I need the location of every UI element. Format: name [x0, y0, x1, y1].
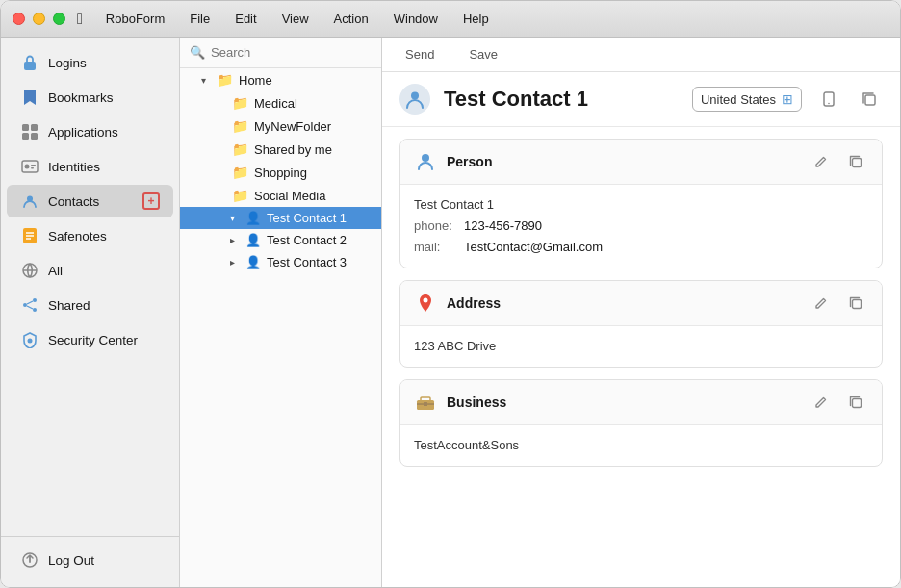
menu-view[interactable]: View — [278, 10, 313, 28]
person-phone-row: phone: 123-456-7890 — [414, 216, 868, 237]
country-value: United States — [701, 92, 776, 107]
country-selector[interactable]: United States ⊞ — [692, 87, 802, 112]
menu-file[interactable]: File — [186, 10, 214, 28]
tree-item-home[interactable]: ▾ 📁 Home — [180, 68, 381, 91]
tree-item-shopping[interactable]: ▸ 📁 Shopping — [180, 161, 381, 184]
svg-rect-8 — [31, 167, 34, 169]
app-window:  RoboForm File Edit View Action Window … — [0, 0, 901, 588]
address-section-icon — [414, 292, 437, 315]
close-button[interactable] — [13, 13, 25, 25]
save-button[interactable]: Save — [461, 45, 505, 64]
file-tree: 🔍 ▾ 📁 Home ▸ 📁 Medical ▸ 📁 MyNewFolder — [180, 38, 382, 587]
menu-edit[interactable]: Edit — [231, 10, 260, 28]
contact-icon — [20, 192, 39, 211]
logout-icon — [20, 550, 39, 570]
address-section-header: Address — [400, 281, 882, 326]
person-copy-button[interactable] — [843, 149, 868, 174]
folder-icon: 📁 — [217, 72, 233, 88]
address-section-title: Address — [447, 295, 799, 311]
sidebar-item-all[interactable]: All — [7, 254, 173, 287]
svg-rect-33 — [421, 397, 430, 402]
contact-item-icon: 👤 — [245, 233, 261, 247]
business-value: TestAccount&Sons — [414, 435, 868, 456]
sidebar-item-label-shared: Shared — [48, 298, 160, 313]
chevron-right-icon: ▸ — [230, 257, 242, 268]
folder-icon: 📁 — [232, 95, 248, 111]
apple-icon:  — [77, 11, 83, 28]
tree-item-socialmedia[interactable]: ▸ 📁 Social Media — [180, 184, 381, 207]
sidebar-item-label-applications: Applications — [48, 125, 160, 140]
minimize-button[interactable] — [33, 13, 45, 25]
menu-action[interactable]: Action — [330, 10, 373, 28]
address-edit-button[interactable] — [809, 291, 834, 316]
svg-rect-5 — [22, 161, 38, 172]
tree-item-testcontact3[interactable]: ▸ 👤 Test Contact 3 — [180, 251, 381, 273]
applications-icon — [20, 122, 39, 141]
menu-window[interactable]: Window — [390, 10, 442, 28]
detail-pane: Send Save Test Contact 1 United States ⊞ — [382, 38, 900, 587]
detail-toolbar: Send Save — [382, 38, 900, 72]
tree-item-testcontact2[interactable]: ▸ 👤 Test Contact 2 — [180, 229, 381, 251]
add-contact-button[interactable]: + — [142, 192, 160, 210]
svg-rect-31 — [853, 300, 862, 309]
contact-item-icon: 👤 — [245, 211, 261, 225]
person-edit-button[interactable] — [809, 149, 834, 174]
person-section-icon — [414, 150, 437, 173]
detail-header: Test Contact 1 United States ⊞ — [382, 72, 900, 127]
tree-item-label-mynewfolder: MyNewFolder — [254, 119, 331, 134]
sidebar: Logins Bookmarks — [1, 38, 180, 587]
sidebar-item-security[interactable]: Security Center — [7, 323, 173, 356]
tree-item-label-sharedbyme: Shared by me — [254, 142, 332, 157]
person-phone-label: phone: — [414, 216, 458, 237]
svg-point-6 — [25, 165, 30, 169]
detail-sections: Person — [382, 127, 900, 587]
svg-rect-7 — [31, 165, 36, 166]
person-section-header: Person — [400, 140, 882, 185]
search-bar: 🔍 — [180, 38, 381, 68]
tree-item-label-shopping: Shopping — [254, 166, 307, 180]
titlebar:  RoboForm File Edit View Action Window … — [1, 1, 900, 38]
lock-icon — [20, 53, 39, 72]
address-copy-button[interactable] — [843, 291, 868, 316]
sidebar-item-safenotes[interactable]: Safenotes — [7, 219, 173, 252]
tree-item-label-testcontact3: Test Contact 3 — [267, 255, 347, 269]
chevron-down-icon: ▾ — [201, 75, 213, 86]
copy-header-button[interactable] — [856, 86, 883, 113]
menu-help[interactable]: Help — [459, 10, 493, 28]
business-edit-button[interactable] — [809, 390, 834, 415]
svg-rect-0 — [24, 62, 36, 70]
mobile-view-button[interactable] — [815, 86, 842, 113]
search-input[interactable] — [211, 45, 373, 60]
business-section-title: Business — [447, 395, 799, 410]
sidebar-item-logins[interactable]: Logins — [7, 46, 173, 79]
menu-bar:  RoboForm File Edit View Action Window … — [77, 10, 493, 28]
sidebar-item-identities[interactable]: Identities — [7, 150, 173, 183]
address-section: Address — [399, 280, 883, 368]
identity-icon — [20, 157, 39, 176]
maximize-button[interactable] — [53, 13, 65, 25]
tree-item-sharedbyme[interactable]: ▸ 📁 Shared by me — [180, 138, 381, 161]
person-mail-label: mail: — [414, 237, 458, 258]
send-button[interactable]: Send — [398, 45, 442, 64]
svg-rect-4 — [31, 133, 38, 140]
svg-point-16 — [33, 298, 37, 302]
svg-point-21 — [28, 339, 33, 344]
tree-item-mynewfolder[interactable]: ▸ 📁 MyNewFolder — [180, 115, 381, 138]
bookmark-icon — [20, 88, 39, 107]
sidebar-item-applications[interactable]: Applications — [7, 115, 173, 148]
contact-item-icon: 👤 — [245, 255, 261, 269]
svg-rect-2 — [31, 124, 38, 131]
tree-item-testcontact1[interactable]: ▾ 👤 Test Contact 1 — [180, 207, 381, 229]
svg-line-20 — [27, 306, 33, 309]
tree-item-medical[interactable]: ▸ 📁 Medical — [180, 91, 381, 115]
sidebar-item-logout[interactable]: Log Out — [7, 544, 173, 576]
business-section-body: TestAccount&Sons — [400, 425, 882, 466]
sidebar-item-shared[interactable]: Shared — [7, 289, 173, 321]
sidebar-item-bookmarks[interactable]: Bookmarks — [7, 81, 173, 114]
business-copy-button[interactable] — [843, 390, 868, 415]
menu-roboform[interactable]: RoboForm — [102, 10, 168, 28]
sidebar-item-contacts[interactable]: Contacts + — [7, 185, 173, 217]
sidebar-item-label-bookmarks: Bookmarks — [48, 90, 160, 105]
folder-icon: 📁 — [232, 118, 248, 134]
person-mail-row: mail: TestContact@Gmail.com — [414, 237, 868, 258]
